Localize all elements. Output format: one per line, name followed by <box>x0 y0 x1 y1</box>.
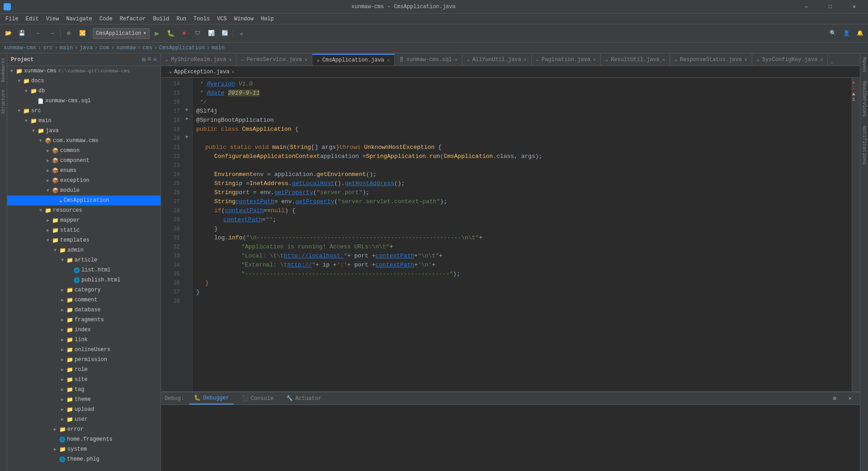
tree-item-db[interactable]: ▼ 📁 db <box>7 86 160 96</box>
error-indicator[interactable]: ▲ 1 <box>852 80 860 90</box>
minimize-button[interactable]: — <box>796 0 816 14</box>
tab-close-responsestatus[interactable]: ✕ <box>745 57 747 62</box>
sidebar-icon-close[interactable]: ✕ <box>153 56 157 63</box>
bottom-btn-close[interactable]: ✕ <box>844 392 856 405</box>
path-cmsapp[interactable]: CmsApplication <box>159 45 205 51</box>
tab-responsestatus[interactable]: ☕ ResponseStatus.java ✕ <box>670 54 752 66</box>
tree-item-database[interactable]: ▶ 📁 database <box>7 305 160 315</box>
toolbar-back-btn[interactable]: ← <box>32 27 45 40</box>
close-button[interactable]: ✕ <box>844 0 864 14</box>
tab-sql[interactable]: 🗄 xunmaw-cms.sql ✕ <box>395 54 462 66</box>
tree-item-exception[interactable]: ▶ 📦 exception <box>7 176 160 186</box>
sub-tab-appexception[interactable]: ☕ AppException.java ✕ <box>165 67 239 77</box>
path-com[interactable]: com <box>99 45 109 51</box>
run-button[interactable]: ▶ <box>151 27 163 40</box>
tree-item-system[interactable]: ▶ 📁 system <box>7 444 160 454</box>
tree-item-root[interactable]: ▼ 📁 xunmaw-cms F:\xunmaw-git\xunmaw-cms <box>7 66 160 76</box>
tree-item-category[interactable]: ▶ 📁 category <box>7 285 160 295</box>
maximize-button[interactable]: □ <box>820 0 840 14</box>
toolbar-user-btn[interactable]: 👤 <box>840 27 853 40</box>
tab-permsservice[interactable]: ☕ PermsService.java ✕ <box>236 54 312 66</box>
tree-item-enums[interactable]: ▶ 📦 enums <box>7 166 160 176</box>
subtab-close[interactable]: ✕ <box>231 69 234 75</box>
gutter-run-21[interactable]: ▶ <box>184 132 191 141</box>
path-xunmaw[interactable]: xunmaw <box>116 45 136 51</box>
tree-item-mapper[interactable]: ▶ 📁 mapper <box>7 215 160 225</box>
tabs-overflow-btn[interactable]: ⋯ <box>828 60 836 66</box>
toolbar-git-btn[interactable]: 🔀 <box>76 27 89 40</box>
path-java[interactable]: java <box>80 45 93 51</box>
menu-navigate[interactable]: Navigate <box>62 15 96 23</box>
sidebar-icon-collapse[interactable]: ≡ <box>147 56 151 63</box>
tree-item-list-html[interactable]: 🌐 list.html <box>7 265 160 275</box>
path-main2[interactable]: main <box>212 45 225 51</box>
bottom-tab-debugger[interactable]: 🐛 Debugger <box>189 393 234 404</box>
tree-item-upload[interactable]: ▶ 📁 upload <box>7 404 160 414</box>
tree-item-error[interactable]: ▶ 📁 error <box>7 424 160 434</box>
menu-help[interactable]: Help <box>257 15 278 23</box>
tab-resultutil[interactable]: ☕ ResultUtil.java ✕ <box>601 54 670 66</box>
tree-item-admin[interactable]: ▼ 📁 admin <box>7 245 160 255</box>
debug-button[interactable]: 🐛 <box>164 27 177 40</box>
tab-close-myshirorealm[interactable]: ✕ <box>229 57 231 62</box>
tab-close-sql[interactable]: ✕ <box>455 57 458 62</box>
menu-vcs[interactable]: VCS <box>213 15 231 23</box>
menu-run[interactable]: Run <box>173 15 190 23</box>
menu-refactor[interactable]: Refactor <box>116 15 150 23</box>
notifications-label[interactable]: Notifications <box>862 126 867 165</box>
tree-item-src[interactable]: ▼ 📁 src <box>7 106 160 116</box>
gutter-run-19[interactable]: ▶ <box>184 114 191 123</box>
left-icon-structure[interactable]: Structure <box>0 87 7 117</box>
tree-item-permission[interactable]: ▶ 📁 permission <box>7 355 160 365</box>
tab-aliyun[interactable]: ☕ AliYunUtil.java ✕ <box>462 54 532 66</box>
menu-tools[interactable]: Tools <box>190 15 213 23</box>
project-tree[interactable]: ▼ 📁 xunmaw-cms F:\xunmaw-git\xunmaw-cms … <box>7 66 160 471</box>
bottom-tab-console[interactable]: ⬛ Console <box>237 393 278 404</box>
tree-item-static[interactable]: ▶ 📁 static <box>7 225 160 235</box>
tab-myshirorealm[interactable]: ☕ MyShiroRealm.java ✕ <box>161 54 236 66</box>
maven-label[interactable]: Maven <box>862 57 867 72</box>
menu-build[interactable]: Build <box>149 15 173 23</box>
tree-item-main[interactable]: ▼ 📁 main <box>7 116 160 126</box>
toolbar-profile-btn[interactable]: 📊 <box>205 27 217 40</box>
gutter-run-18[interactable]: ▶ <box>184 105 191 114</box>
tab-pagination[interactable]: ☕ Pagination.java ✕ <box>532 54 601 66</box>
tab-close-cmsapp[interactable]: ✕ <box>387 57 390 63</box>
tree-item-fragments[interactable]: ▶ 📁 fragments <box>7 315 160 325</box>
menu-window[interactable]: Window <box>231 15 257 23</box>
project-config-dropdown[interactable]: CmsApplication ▾ <box>93 28 150 39</box>
toolbar-sdk-btn[interactable]: ☕ <box>235 27 248 40</box>
toolbar-forward-btn[interactable]: → <box>46 27 58 40</box>
tree-item-java[interactable]: ▼ 📁 java <box>7 126 160 136</box>
tree-item-home-fragments[interactable]: 🌐 home.fragments <box>7 434 160 444</box>
tree-item-comment[interactable]: ▶ 📁 comment <box>7 295 160 305</box>
path-cms[interactable]: cms <box>142 45 152 51</box>
tab-cmsapp[interactable]: ☕ CmsApplication.java ✕ <box>312 54 395 66</box>
tree-item-theme[interactable]: ▶ 📁 theme <box>7 395 160 404</box>
menu-edit[interactable]: Edit <box>22 15 42 23</box>
tab-close-resultutil[interactable]: ✕ <box>662 57 665 62</box>
menu-code[interactable]: Code <box>96 15 116 23</box>
path-xunmaw-cms[interactable]: xunmaw-cms <box>4 45 36 51</box>
tree-item-article[interactable]: ▼ 📁 article <box>7 255 160 265</box>
tree-item-publish-html[interactable]: 🌐 publish.html <box>7 275 160 285</box>
toolbar-stop-btn[interactable]: ■ <box>178 27 190 40</box>
path-src[interactable]: src <box>43 45 53 51</box>
code-content[interactable]: * @version V1.0 * @date 2019-9-11 */ @Sl… <box>193 78 852 391</box>
tree-item-package[interactable]: ▼ 📦 com.xunmaw.cms <box>7 136 160 146</box>
tab-close-pagination[interactable]: ✕ <box>593 57 596 62</box>
tree-item-templates[interactable]: ▼ 📁 templates <box>7 235 160 245</box>
toolbar-settings-btn[interactable]: ⚙ <box>62 27 75 40</box>
tree-item-component[interactable]: ▶ 📦 component <box>7 156 160 166</box>
bottom-btn-settings[interactable]: ⚙ <box>828 392 841 405</box>
tree-item-docs[interactable]: ▼ 📁 docs <box>7 76 160 86</box>
tree-item-link[interactable]: ▶ 📁 link <box>7 335 160 345</box>
toolbar-save-btn[interactable]: 💾 <box>15 27 28 40</box>
tree-item-resources[interactable]: ▼ 📁 resources <box>7 205 160 215</box>
menu-file[interactable]: File <box>2 15 22 23</box>
tree-item-role[interactable]: ▶ 📁 role <box>7 365 160 375</box>
left-icon-bookmarks[interactable]: Bookmarks <box>0 55 7 85</box>
tab-close-aliyun[interactable]: ✕ <box>524 57 527 62</box>
tree-item-tag[interactable]: ▶ 📁 tag <box>7 385 160 395</box>
toolbar-reload-btn[interactable]: 🔄 <box>218 27 231 40</box>
